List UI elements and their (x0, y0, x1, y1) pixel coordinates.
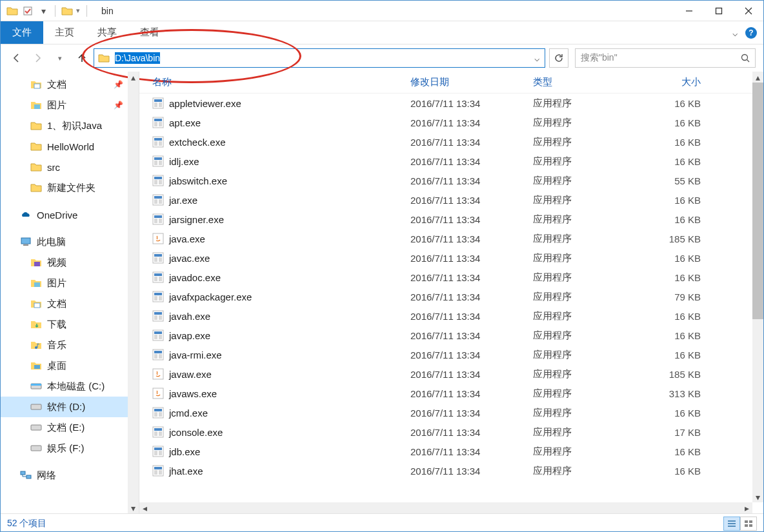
sidebar-item[interactable]: 软件 (D:) (1, 397, 139, 417)
sidebar-onedrive[interactable]: OneDrive (1, 204, 139, 225)
sidebar-item[interactable]: 图片 (1, 273, 139, 293)
back-button[interactable] (8, 50, 24, 66)
svg-rect-74 (153, 369, 163, 379)
file-row[interactable]: idlj.exe2016/7/11 13:34应用程序16 KB (139, 152, 752, 171)
column-type[interactable]: 类型 (533, 76, 649, 88)
up-button[interactable] (74, 50, 90, 66)
icons-view-button[interactable] (740, 517, 757, 531)
qat-expand-icon[interactable]: ▾ (76, 6, 80, 15)
sidebar-item[interactable]: 1、初识Java (1, 115, 139, 136)
svg-rect-77 (154, 409, 162, 411)
ribbon-expand-icon[interactable]: ⌵ (732, 28, 738, 38)
tab-view[interactable]: 查看 (128, 21, 171, 44)
sidebar-item[interactable]: 新建文件夹 (1, 177, 139, 198)
details-view-button[interactable] (723, 517, 740, 531)
file-row[interactable]: javaw.exe2016/7/11 13:34应用程序185 KB (139, 364, 752, 384)
folder-small-icon[interactable] (61, 5, 74, 17)
svg-line-4 (747, 60, 750, 63)
sidebar-item[interactable]: HelloWorld (1, 136, 139, 157)
file-hscrollbar[interactable]: ◂ ▸ (139, 502, 752, 513)
tab-home[interactable]: 主页 (43, 21, 86, 44)
file-row[interactable]: javah.exe2016/7/11 13:34应用程序16 KB (139, 306, 752, 326)
file-row[interactable]: javac.exe2016/7/11 13:34应用程序16 KB (139, 248, 752, 268)
sidebar-item[interactable]: 视频 (1, 252, 139, 273)
sidebar-item[interactable]: 音乐 (1, 335, 139, 355)
properties-icon[interactable] (21, 5, 34, 17)
svg-rect-87 (159, 451, 162, 455)
file-row[interactable]: apt.exe2016/7/11 13:34应用程序16 KB (139, 113, 752, 132)
file-row[interactable]: javap.exe2016/7/11 13:34应用程序16 KB (139, 326, 752, 345)
scroll-track[interactable] (128, 83, 139, 502)
sidebar-item[interactable]: 桌面 (1, 355, 139, 376)
file-row[interactable]: jhat.exe2016/7/11 13:34应用程序16 KB (139, 461, 752, 480)
sidebar-network[interactable]: 网络 (1, 465, 139, 486)
scroll-track[interactable] (150, 502, 741, 513)
scroll-up-icon[interactable]: ▴ (752, 72, 763, 83)
music-icon (30, 339, 42, 351)
tab-file[interactable]: 文件 (1, 21, 43, 44)
scroll-right-icon[interactable]: ▸ (741, 502, 752, 513)
file-name: javaws.exe (169, 388, 217, 399)
file-type: 应用程序 (533, 291, 649, 303)
sidebar-scrollbar[interactable]: ▴ ▾ (128, 72, 139, 513)
sidebar-item[interactable]: 文档 (1, 293, 139, 314)
refresh-button[interactable] (549, 48, 568, 68)
forward-button[interactable] (30, 50, 46, 66)
scroll-up-icon[interactable]: ▴ (128, 72, 139, 83)
address-bar[interactable]: D:\Java\bin ⌵ (94, 48, 545, 68)
minimize-button[interactable] (674, 1, 704, 21)
file-row[interactable]: java-rmi.exe2016/7/11 13:34应用程序16 KB (139, 345, 752, 364)
file-row[interactable]: extcheck.exe2016/7/11 13:34应用程序16 KB (139, 132, 752, 152)
sidebar-item[interactable]: 文档 (E:) (1, 417, 139, 438)
sidebar-item[interactable]: 娱乐 (F:) (1, 438, 139, 458)
svg-rect-71 (154, 351, 162, 353)
file-row[interactable]: jconsole.exe2016/7/11 13:34应用程序17 KB (139, 422, 752, 442)
scroll-track[interactable] (752, 319, 763, 491)
column-name[interactable]: 名称 (152, 76, 410, 88)
file-row[interactable]: appletviewer.exe2016/7/11 13:34应用程序16 KB (139, 94, 752, 113)
file-row[interactable]: javafxpackager.exe2016/7/11 13:34应用程序79 … (139, 287, 752, 306)
scroll-down-icon[interactable]: ▾ (128, 502, 139, 513)
separator (86, 5, 87, 17)
svg-rect-67 (154, 331, 162, 334)
scroll-left-icon[interactable]: ◂ (139, 502, 150, 513)
file-row[interactable]: javaws.exe2016/7/11 13:34应用程序313 KB (139, 384, 752, 403)
sidebar-item[interactable]: 下载 (1, 314, 139, 335)
file-row[interactable]: jdb.exe2016/7/11 13:34应用程序16 KB (139, 442, 752, 461)
sidebar-item[interactable]: 本地磁盘 (C:) (1, 376, 139, 397)
svg-rect-17 (31, 425, 41, 430)
file-type: 应用程序 (533, 117, 649, 129)
svg-rect-34 (154, 157, 162, 160)
address-dropdown-icon[interactable]: ⌵ (529, 53, 545, 63)
qat-dropdown-icon[interactable]: ▾ (37, 5, 50, 17)
sidebar-item[interactable]: 文档📌 (1, 74, 139, 95)
column-date[interactable]: 修改日期 (410, 76, 533, 88)
help-icon[interactable]: ? (745, 27, 757, 39)
scroll-down-icon[interactable]: ▾ (752, 491, 763, 502)
file-row[interactable]: javadoc.exe2016/7/11 13:34应用程序16 KB (139, 268, 752, 287)
file-type: 应用程序 (533, 233, 649, 245)
file-row[interactable]: jcmd.exe2016/7/11 13:34应用程序16 KB (139, 403, 752, 422)
file-row[interactable]: jar.exe2016/7/11 13:34应用程序16 KB (139, 190, 752, 210)
address-input[interactable]: D:\Java\bin (114, 49, 529, 67)
svg-rect-32 (159, 141, 162, 146)
sidebar-thispc[interactable]: 此电脑 (1, 232, 139, 252)
svg-rect-0 (24, 7, 32, 15)
column-size[interactable]: 大小 (649, 76, 720, 88)
search-icon[interactable] (741, 54, 750, 63)
maximize-button[interactable] (704, 1, 734, 21)
sidebar-item[interactable]: 图片📌 (1, 95, 139, 115)
file-date: 2016/7/11 13:34 (410, 253, 533, 264)
search-box[interactable]: 搜索"bin" (575, 48, 756, 68)
scroll-thumb[interactable] (752, 83, 763, 319)
exe-icon (152, 233, 164, 244)
file-row[interactable]: jabswitch.exe2016/7/11 13:34应用程序55 KB (139, 171, 752, 190)
file-row[interactable]: jarsigner.exe2016/7/11 13:34应用程序16 KB (139, 210, 752, 229)
tab-share[interactable]: 共享 (86, 21, 128, 44)
close-button[interactable] (734, 1, 763, 21)
file-vscrollbar[interactable]: ▴ ▾ (752, 72, 763, 502)
file-row[interactable]: java.exe2016/7/11 13:34应用程序185 KB (139, 229, 752, 248)
recent-dropdown[interactable]: ▾ (52, 50, 68, 66)
exe-icon (152, 407, 164, 419)
sidebar-item[interactable]: src (1, 157, 139, 177)
